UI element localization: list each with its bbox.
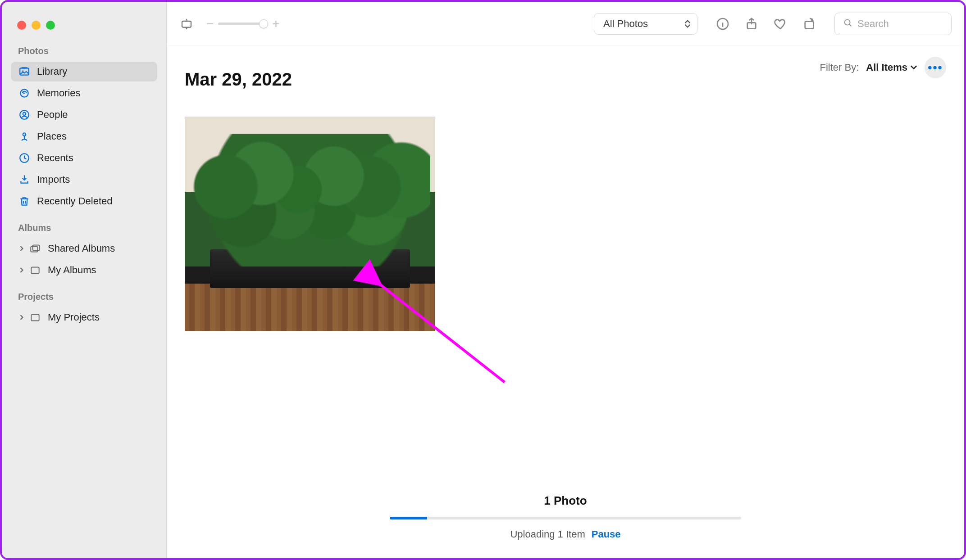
minimize-window-button[interactable] xyxy=(32,21,41,30)
svg-rect-13 xyxy=(182,21,191,27)
library-icon xyxy=(18,65,31,78)
sidebar-item-label: Imports xyxy=(37,174,70,185)
photo-thumbnail[interactable] xyxy=(185,117,435,331)
chevron-right-icon xyxy=(18,314,25,321)
sidebar-item-recents[interactable]: Recents xyxy=(11,148,157,168)
search-input[interactable] xyxy=(857,18,943,30)
svg-point-6 xyxy=(23,113,26,116)
search-icon xyxy=(843,18,853,30)
upload-status-row: Uploading 1 Item Pause xyxy=(510,528,620,540)
sidebar-item-recently-deleted[interactable]: Recently Deleted xyxy=(11,191,157,211)
svg-rect-12 xyxy=(31,315,39,321)
toolbar-actions xyxy=(715,16,817,32)
chevron-right-icon xyxy=(18,245,25,252)
zoom-slider[interactable]: − + xyxy=(205,17,282,31)
sidebar-item-label: My Projects xyxy=(48,312,100,323)
shared-albums-icon xyxy=(29,242,41,255)
upload-progress-bar xyxy=(390,517,741,519)
photo-grid-area: Mar 29, 2022 xyxy=(167,78,964,485)
sidebar-item-my-albums[interactable]: My Albums xyxy=(11,260,157,280)
trash-icon xyxy=(18,195,31,208)
select-stepper-icon xyxy=(684,20,691,28)
chevron-right-icon xyxy=(18,266,25,274)
view-select[interactable]: All Photos xyxy=(594,13,697,35)
sidebar-item-label: People xyxy=(37,109,68,121)
zoom-in-icon[interactable]: + xyxy=(270,17,281,31)
sidebar-item-label: Recently Deleted xyxy=(37,195,113,207)
sidebar-item-memories[interactable]: Memories xyxy=(11,83,157,103)
sidebar-item-label: Recents xyxy=(37,152,73,164)
upload-progress-fill xyxy=(390,517,427,519)
album-icon xyxy=(29,264,41,276)
sidebar-item-label: Library xyxy=(37,66,67,77)
view-select-value: All Photos xyxy=(603,18,648,30)
sidebar-item-label: Shared Albums xyxy=(48,243,115,254)
upload-status-text: Uploading 1 Item xyxy=(510,528,585,540)
aspect-ratio-button[interactable] xyxy=(176,13,197,35)
sidebar-section-projects: Projects xyxy=(2,289,166,307)
places-icon xyxy=(18,130,31,143)
sidebar-item-shared-albums[interactable]: Shared Albums xyxy=(11,239,157,258)
sidebar-item-label: Memories xyxy=(37,87,81,99)
toolbar: − + All Photos xyxy=(167,2,964,46)
sidebar-section-photos: Photos xyxy=(2,43,166,61)
recents-icon xyxy=(18,152,31,164)
svg-rect-9 xyxy=(31,247,37,252)
photo-count: 1 Photo xyxy=(544,494,587,508)
photos-app-window: Photos Library Memories People Places xyxy=(0,0,966,560)
svg-rect-1 xyxy=(22,67,27,68)
memories-icon xyxy=(18,87,31,99)
sidebar-item-my-projects[interactable]: My Projects xyxy=(11,307,157,327)
sidebar: Photos Library Memories People Places xyxy=(2,2,167,558)
projects-icon xyxy=(29,311,41,324)
sidebar-item-places[interactable]: Places xyxy=(11,126,157,146)
favorite-button[interactable] xyxy=(772,16,788,32)
share-button[interactable] xyxy=(743,16,760,32)
status-footer: 1 Photo Uploading 1 Item Pause xyxy=(167,485,964,558)
svg-point-17 xyxy=(845,19,850,25)
date-heading: Mar 29, 2022 xyxy=(185,69,946,90)
sidebar-item-imports[interactable]: Imports xyxy=(11,170,157,190)
svg-rect-16 xyxy=(805,21,814,28)
sidebar-item-library[interactable]: Library xyxy=(11,62,157,81)
people-icon xyxy=(18,108,31,121)
rotate-button[interactable] xyxy=(801,16,817,32)
info-button[interactable] xyxy=(715,16,731,32)
window-controls xyxy=(2,8,166,43)
sidebar-item-people[interactable]: People xyxy=(11,105,157,125)
imports-icon xyxy=(18,173,31,186)
close-window-button[interactable] xyxy=(17,21,26,30)
pause-upload-button[interactable]: Pause xyxy=(592,528,621,540)
sidebar-item-label: Places xyxy=(37,131,67,142)
svg-rect-11 xyxy=(31,267,39,274)
main-content: − + All Photos xyxy=(167,2,964,558)
svg-point-7 xyxy=(23,133,26,136)
sidebar-section-albums: Albums xyxy=(2,220,166,238)
sidebar-item-label: My Albums xyxy=(48,264,96,276)
zoom-thumb[interactable] xyxy=(259,19,268,28)
svg-rect-10 xyxy=(33,245,40,250)
zoom-track[interactable] xyxy=(218,23,268,25)
zoom-out-icon[interactable]: − xyxy=(205,17,215,31)
fullscreen-window-button[interactable] xyxy=(46,21,55,30)
svg-marker-4 xyxy=(23,92,25,94)
search-field[interactable] xyxy=(834,13,952,35)
